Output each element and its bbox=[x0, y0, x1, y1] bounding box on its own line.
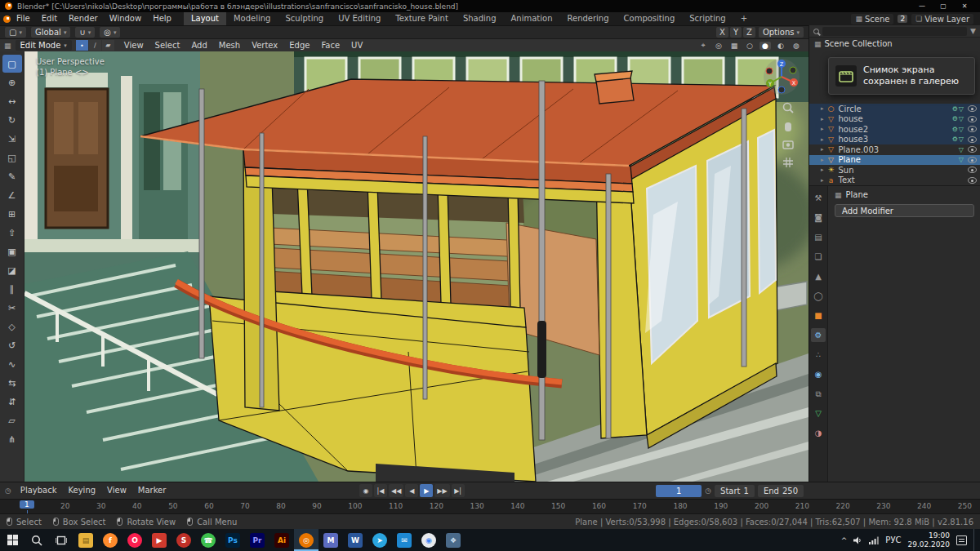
properties-tab-material[interactable]: ◑ bbox=[811, 426, 826, 440]
playback-button-play-reverse[interactable]: ◀ bbox=[405, 484, 418, 497]
playback-button-prev-keyframe[interactable]: ◀◀ bbox=[389, 484, 403, 497]
workspace-tab[interactable]: Rendering bbox=[559, 12, 616, 25]
taskbar-clock[interactable]: 19:00 29.02.2020 bbox=[907, 531, 950, 549]
properties-tab-particles[interactable]: ∴ bbox=[811, 348, 826, 362]
outliner-item[interactable]: ▽ Plane.003 ▽ bbox=[809, 144, 980, 155]
menubar-menu[interactable]: Help bbox=[147, 12, 177, 25]
camera-view-icon[interactable] bbox=[782, 140, 794, 149]
viewport-toggle-shading-wireframe[interactable]: ○ bbox=[744, 42, 755, 50]
workspace-tab[interactable]: Shading bbox=[456, 12, 504, 25]
start-button[interactable] bbox=[0, 529, 24, 551]
workspace-tab[interactable]: Scripting bbox=[682, 12, 733, 25]
timeline-editor-icon[interactable]: ◷ bbox=[5, 487, 11, 495]
tool-add-cube[interactable]: ⊞ bbox=[2, 205, 22, 223]
viewport-menu[interactable]: Edge bbox=[283, 39, 315, 52]
outliner-item[interactable]: ▽ house ⚙▽ bbox=[809, 114, 980, 125]
active-tool-dropdown[interactable]: ▢ ▾ bbox=[5, 27, 26, 38]
tool-transform[interactable]: ◱ bbox=[2, 149, 22, 167]
scene-collection-row[interactable]: ▦ Scene Collection bbox=[809, 38, 980, 50]
playback-button-play[interactable]: ▶ bbox=[420, 484, 433, 497]
tool-move[interactable]: ↔ bbox=[2, 92, 22, 110]
taskbar-app-chrome[interactable]: ◉ bbox=[416, 529, 441, 551]
taskbar-app-red-app-1[interactable]: ▶ bbox=[147, 529, 172, 551]
search-icon[interactable] bbox=[813, 29, 819, 34]
workspace-tab[interactable]: Animation bbox=[504, 12, 560, 25]
select-mode-button-edge[interactable]: ∕ bbox=[89, 40, 101, 51]
maximize-button[interactable]: ▢ bbox=[933, 0, 954, 12]
taskbar-app-files-app[interactable]: ❖ bbox=[441, 529, 466, 551]
menubar-menu[interactable]: Render bbox=[63, 12, 104, 25]
properties-tab-view-layer[interactable]: ❏ bbox=[811, 250, 826, 264]
properties-tab-render[interactable]: ◙ bbox=[811, 211, 826, 224]
visibility-eye-icon[interactable] bbox=[968, 126, 977, 132]
properties-tab-scene[interactable]: ▲ bbox=[811, 269, 826, 283]
action-center-icon[interactable] bbox=[956, 535, 967, 545]
screenshot-notification[interactable]: Снимок экрана сохранен в галерею bbox=[828, 57, 975, 95]
search-button[interactable] bbox=[24, 529, 49, 551]
viewport-menu[interactable]: UV bbox=[345, 39, 368, 52]
menubar-menu[interactable]: Edit bbox=[36, 12, 63, 25]
taskbar-app-word[interactable]: W bbox=[343, 529, 368, 551]
taskbar-app-m-app[interactable]: M bbox=[318, 529, 343, 551]
timeline-menu[interactable]: Keying bbox=[62, 484, 101, 497]
properties-tab-world[interactable]: ◯ bbox=[811, 289, 826, 303]
filter-icon[interactable]: ▼ bbox=[970, 27, 976, 35]
viewport-navigation-gizmo[interactable]: Z X Y bbox=[763, 58, 800, 96]
workspace-tab[interactable]: Texture Paint bbox=[388, 12, 456, 25]
task-view-button[interactable] bbox=[49, 529, 74, 551]
viewport-toggle-show-gizmo[interactable]: ⌖ bbox=[697, 41, 709, 50]
mirror-axis-toggle[interactable]: X bbox=[716, 27, 728, 38]
taskbar-app-whatsapp[interactable]: ☎ bbox=[196, 529, 220, 551]
scene-selector[interactable]: ▦ Scene bbox=[851, 14, 893, 24]
timeline-ruler[interactable]: 1020304050607080901001101201301401501601… bbox=[0, 499, 980, 513]
taskbar-app-opera[interactable]: O bbox=[122, 529, 147, 551]
snap-toggle[interactable]: ∪ ▾ bbox=[75, 27, 95, 38]
blender-menu-icon[interactable] bbox=[3, 16, 11, 23]
transform-orientation-dropdown[interactable]: Global ▾ bbox=[31, 27, 70, 38]
frame-end-field[interactable]: End 250 bbox=[758, 485, 804, 497]
outliner-item[interactable]: а Text bbox=[809, 176, 980, 186]
properties-tab-modifiers[interactable]: ⚙ bbox=[811, 328, 826, 342]
grid-toggle-icon[interactable] bbox=[782, 157, 794, 168]
proportional-editing-toggle[interactable]: ◎ ▾ bbox=[100, 27, 120, 38]
workspace-tab[interactable]: Compositing bbox=[617, 12, 683, 25]
taskbar-app-file-explorer[interactable]: ▤ bbox=[74, 529, 98, 551]
current-frame-field[interactable]: 1 bbox=[656, 485, 702, 497]
close-button[interactable]: ✕ bbox=[954, 0, 975, 12]
timeline-menu[interactable]: Playback bbox=[15, 484, 63, 497]
outliner-item[interactable]: ○ Circle ⚙▽ bbox=[809, 104, 980, 114]
properties-tab-object-data[interactable]: ▽ bbox=[811, 407, 826, 420]
tool-knife[interactable]: ✂ bbox=[2, 299, 22, 317]
frame-start-field[interactable]: Start 1 bbox=[715, 485, 755, 497]
menubar-menu[interactable]: File bbox=[11, 12, 36, 25]
viewport-toggle-shading-solid[interactable]: ● bbox=[760, 42, 771, 50]
tool-measure[interactable]: ∠ bbox=[2, 186, 22, 204]
tool-spin[interactable]: ↺ bbox=[2, 336, 22, 354]
properties-tab-tool[interactable]: ⚒ bbox=[811, 191, 826, 205]
use-preview-range-icon[interactable]: ◷ bbox=[705, 487, 711, 495]
viewport-menu[interactable]: Face bbox=[315, 39, 345, 52]
playback-button-auto-key[interactable]: ◉ bbox=[359, 484, 372, 497]
select-mode-button-face[interactable]: ▰ bbox=[102, 40, 114, 51]
visibility-eye-icon[interactable] bbox=[968, 116, 977, 122]
visibility-eye-icon[interactable] bbox=[968, 146, 977, 153]
keyboard-language[interactable]: РУС bbox=[885, 535, 901, 544]
taskbar-app-firefox[interactable]: f bbox=[98, 529, 122, 551]
show-desktop-strip[interactable] bbox=[973, 529, 977, 551]
properties-tab-constraints[interactable]: ⧉ bbox=[811, 387, 826, 401]
mode-dropdown[interactable]: Edit Mode ▾ bbox=[16, 40, 72, 51]
visibility-eye-icon[interactable] bbox=[968, 177, 977, 184]
viewport-toggle-shading-material[interactable]: ◐ bbox=[775, 42, 786, 50]
tool-select-box[interactable]: ▢ bbox=[2, 55, 22, 73]
taskbar-app-mail[interactable]: ✉ bbox=[392, 529, 416, 551]
viewport-menu[interactable]: View bbox=[118, 39, 149, 52]
workspace-tab[interactable]: Sculpting bbox=[278, 12, 331, 25]
playback-button-jump-start[interactable]: |◀ bbox=[374, 484, 387, 497]
tool-scale[interactable]: ⇲ bbox=[2, 130, 22, 148]
outliner-item[interactable]: ▽ Plane ▽ bbox=[809, 155, 980, 166]
taskbar-app-premiere[interactable]: Pr bbox=[245, 529, 270, 551]
viewport-menu[interactable]: Mesh bbox=[213, 39, 246, 52]
add-modifier-button[interactable]: Add Modifier bbox=[835, 204, 974, 217]
visibility-eye-icon[interactable] bbox=[968, 105, 977, 112]
tool-cursor[interactable]: ⊕ bbox=[2, 73, 22, 91]
